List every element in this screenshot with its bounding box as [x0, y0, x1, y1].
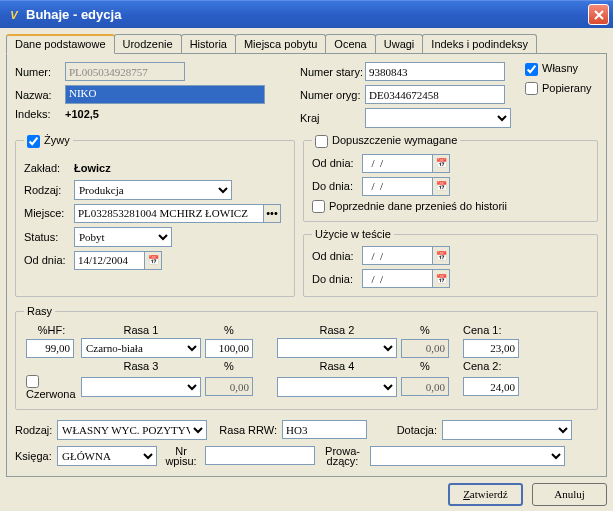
pct1-label: % [203, 323, 255, 337]
calendar-icon[interactable]: 📅 [432, 177, 450, 196]
nr-wpisu-input[interactable] [205, 446, 315, 465]
czerwona-checkbox[interactable] [26, 375, 39, 388]
prowadzacy-label: Prowa-dzący: [315, 446, 370, 466]
nazwa-input[interactable]: NIKO [65, 85, 265, 104]
uzycie-do-dnia-label: Do dnia: [312, 273, 362, 285]
tab-historia[interactable]: Historia [181, 34, 236, 53]
rasa3-select[interactable] [81, 377, 201, 397]
dopusz-do-dnia-input[interactable] [362, 177, 432, 196]
cena1-input[interactable] [463, 339, 519, 358]
rodzaj-select[interactable]: Produkcja [74, 180, 232, 200]
nr-wpisu-label: Nrwpisu: [157, 446, 205, 466]
numer-oryg-input[interactable] [365, 85, 505, 104]
tab-panel: Numer: Nazwa: NIKO Indeks: +102,5 Numer … [6, 54, 607, 477]
rasy-legend: Rasy [24, 305, 55, 317]
uzycie-do-dnia-input[interactable] [362, 269, 432, 288]
tab-ocena[interactable]: Ocena [325, 34, 375, 53]
rasa-rrw-input[interactable] [282, 420, 367, 439]
miejsce-label: Miejsce: [24, 207, 74, 219]
rodzaj2-label: Rodzaj: [15, 424, 57, 436]
uzycie-legend: Użycie w teście [312, 228, 394, 240]
cancel-button[interactable]: Anuluj [532, 483, 607, 506]
wlasny-checkbox-label[interactable]: Własny [525, 62, 578, 74]
miejsce-input[interactable] [74, 204, 264, 223]
zaklad-label: Zakład: [24, 162, 74, 174]
miejsce-browse-button[interactable]: ••• [263, 204, 281, 223]
rasa4-select[interactable] [277, 377, 397, 397]
status-select[interactable]: Pobyt [74, 227, 172, 247]
titlebar: V Buhaje - edycja [0, 0, 613, 28]
cena1-label: Cena 1: [461, 323, 589, 337]
rasa2-label: Rasa 2 [275, 323, 399, 337]
cena2-input[interactable] [463, 377, 519, 396]
indeks-value: +102,5 [65, 108, 99, 120]
status-label: Status: [24, 231, 74, 243]
pct3-input [205, 377, 253, 396]
popierany-checkbox[interactable] [525, 82, 538, 95]
close-button[interactable] [588, 4, 609, 25]
uzycie-group: Użycie w teście Od dnia: 📅 Do dnia: 📅 [303, 228, 598, 297]
zywy-checkbox[interactable] [27, 135, 40, 148]
od-dnia-input[interactable] [74, 251, 144, 270]
pct3-label: % [203, 359, 255, 373]
zywy-checkbox-label[interactable]: Żywy [27, 134, 70, 146]
poprzednie-checkbox-label[interactable]: Poprzednie dane przenieś do historii [312, 200, 507, 212]
czerwona-checkbox-label[interactable]: Czerwona [26, 374, 76, 400]
dopuszczenie-checkbox[interactable] [315, 135, 328, 148]
rodzaj-label: Rodzaj: [24, 184, 74, 196]
ksiega-label: Księga: [15, 450, 57, 462]
ksiega-select[interactable]: GŁÓWNA [57, 446, 157, 466]
rasa3-label: Rasa 3 [79, 359, 203, 373]
dopuszczenie-checkbox-label[interactable]: Dopuszczenie wymagane [315, 134, 457, 146]
numer-oryg-label: Numer oryg: [300, 89, 365, 101]
dopusz-do-dnia-label: Do dnia: [312, 180, 362, 192]
uzycie-od-dnia-input[interactable] [362, 246, 432, 265]
indeks-label: Indeks: [15, 108, 65, 120]
calendar-icon[interactable]: 📅 [432, 269, 450, 288]
pct1-input[interactable] [205, 339, 253, 358]
tab-urodzenie[interactable]: Urodzenie [114, 34, 182, 53]
dotacja-select[interactable] [442, 420, 572, 440]
tab-dane-podstawowe[interactable]: Dane podstawowe [6, 34, 115, 54]
rasa1-label: Rasa 1 [79, 323, 203, 337]
calendar-icon[interactable]: 📅 [432, 154, 450, 173]
ok-button[interactable]: Zatwierdź [448, 483, 523, 506]
window-title: Buhaje - edycja [26, 7, 588, 22]
hf-input[interactable] [26, 339, 74, 358]
calendar-icon[interactable]: 📅 [144, 251, 162, 270]
tab-miejsca-pobytu[interactable]: Miejsca pobytu [235, 34, 326, 53]
prowadzacy-select[interactable] [370, 446, 565, 466]
numer-label: Numer: [15, 66, 65, 78]
tab-uwagi[interactable]: Uwagi [375, 34, 424, 53]
rasa2-select[interactable] [277, 338, 397, 358]
kraj-select[interactable] [365, 108, 511, 128]
poprzednie-checkbox[interactable] [312, 200, 325, 213]
kraj-label: Kraj [300, 112, 365, 124]
rasa-rrw-label: Rasa RRW: [207, 424, 282, 436]
hf-label: %HF: [24, 323, 79, 337]
dopusz-od-dnia-label: Od dnia: [312, 157, 362, 169]
rasa1-select[interactable]: Czarno-biała [81, 338, 201, 358]
app-icon: V [6, 7, 22, 23]
pct2-input [401, 339, 449, 358]
rasy-group: Rasy %HF: Rasa 1 % Rasa 2 % Cena 1: Czar… [15, 305, 598, 410]
close-icon [594, 10, 604, 20]
tab-indeks[interactable]: Indeks i podindeksy [422, 34, 537, 53]
calendar-icon[interactable]: 📅 [432, 246, 450, 265]
numer-input [65, 62, 185, 81]
numer-stary-label: Numer stary: [300, 66, 365, 78]
pct2-label: % [399, 323, 451, 337]
uzycie-od-dnia-label: Od dnia: [312, 250, 362, 262]
pct4-input [401, 377, 449, 396]
zywy-group: Żywy Zakład: Łowicz Rodzaj: Produkcja Mi… [15, 134, 295, 297]
rodzaj2-select[interactable]: WŁASNY WYC. POZYTYV [57, 420, 207, 440]
zaklad-value: Łowicz [74, 162, 111, 174]
rasa4-label: Rasa 4 [275, 359, 399, 373]
dopusz-od-dnia-input[interactable] [362, 154, 432, 173]
popierany-checkbox-label[interactable]: Popierany [525, 82, 592, 94]
numer-stary-input[interactable] [365, 62, 505, 81]
nazwa-label: Nazwa: [15, 89, 65, 101]
cena2-label: Cena 2: [461, 359, 589, 373]
dopuszczenie-group: Dopuszczenie wymagane Od dnia: 📅 Do dnia… [303, 134, 598, 222]
wlasny-checkbox[interactable] [525, 63, 538, 76]
